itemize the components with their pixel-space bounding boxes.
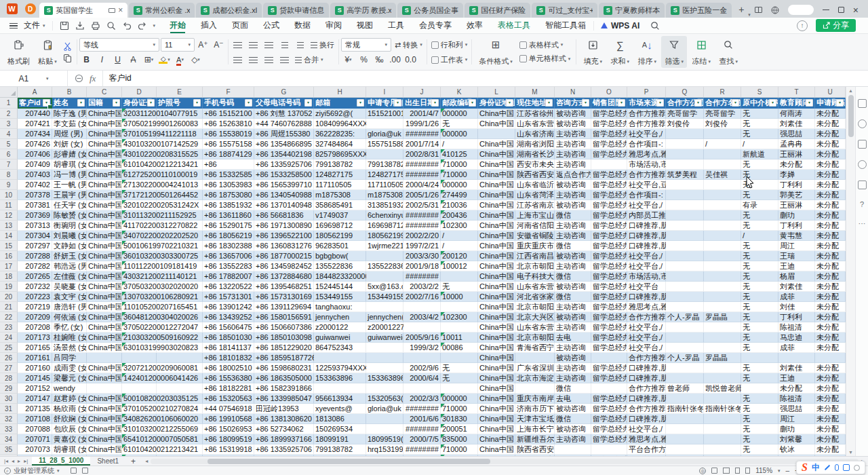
cell[interactable]: 无 [441,119,478,129]
cell[interactable]: 207219 [18,302,52,312]
cell[interactable] [441,322,478,332]
cell[interactable]: +86 13901242 [203,302,254,312]
filter-icon[interactable]: ▾ [113,99,120,107]
cell[interactable]: 无 [741,292,778,302]
cell[interactable] [366,455,403,456]
cell[interactable]: 207073 [18,444,52,455]
cell[interactable]: 亮哥留学 [666,109,704,119]
cell[interactable]: 孟冉冉 [778,139,815,149]
cell[interactable]: China中国 [87,282,122,292]
cell[interactable]: 360481200304020026 [122,312,157,322]
export-icon[interactable] [75,21,85,31]
cell[interactable]: 未分配 [815,434,846,444]
cell[interactable]: China中国 [478,180,515,190]
cell[interactable]: 210303200509160922 [122,332,157,343]
scroll-up-icon[interactable]: ▲ [848,88,853,93]
cell[interactable]: 陈祖清 [778,322,815,332]
column-header[interactable]: A [18,87,52,97]
cell[interactable]: 合作方推荐 [627,312,666,322]
cell[interactable]: 2002/5/31 [403,200,441,210]
cell[interactable]: 未分配 [815,292,846,302]
cell[interactable]: tanghaoxu: [314,302,366,312]
filter-button[interactable]: 筛选▾ [661,36,687,68]
cell[interactable]: +44 7460762888 [254,119,314,129]
cell[interactable]: 留学总经办 [591,373,627,383]
cell[interactable]: gloria@uk [366,404,403,414]
cell[interactable]: 王迪 [778,261,815,271]
cell[interactable]: 周煜 (男) [52,129,87,139]
cell[interactable]: 社交平台,/ [627,200,666,210]
cell[interactable]: 黄嘉仪 (女) [52,434,87,444]
cell[interactable]: 被动咨询 [555,424,591,434]
cell[interactable]: ######## [403,271,441,282]
cell[interactable]: China中国 [478,434,515,444]
cell[interactable]: 无 [741,424,778,434]
zoom-out-button[interactable]: – [786,467,790,474]
cell[interactable]: 无 [741,271,778,282]
cell[interactable]: 2000/7/5 [403,434,441,444]
selection-mode-icon[interactable] [711,468,717,474]
cell[interactable]: China中国 [87,373,122,383]
cell[interactable]: China中国 [87,159,122,170]
filter-icon[interactable]: ▾ [469,99,476,107]
cell[interactable]: 口碑推荐,朋 [627,414,666,424]
cell[interactable] [704,149,741,159]
cell[interactable]: 口碑推荐,朋 [627,241,666,251]
cell[interactable]: China中国 [87,424,122,434]
cell[interactable]: China中国 [87,109,122,119]
cell[interactable]: 刘佳 [778,302,815,312]
cell[interactable]: 未分配 [815,302,846,312]
cell[interactable]: 无 [741,251,778,261]
cell[interactable] [366,149,403,159]
cell[interactable]: / [441,231,478,241]
cell[interactable]: 合作方推荐 [627,119,666,129]
filter-icon[interactable]: ▾ [245,99,252,107]
cell[interactable]: 210036 [441,200,478,210]
cell[interactable]: 留学总经办 [591,119,627,129]
cell[interactable]: 田冠岭13953 [254,404,314,414]
cell[interactable]: +86 1580156591 [254,312,314,322]
cell[interactable]: 327484864 [314,139,366,149]
document-tab[interactable]: S国任财产保险样本.x [465,3,530,18]
cell[interactable]: 何依涵 (女) [52,312,87,322]
justify-button[interactable] [277,53,292,66]
cell[interactable]: 微信 [555,455,591,456]
cell[interactable]: 微信 [555,414,591,424]
row-header[interactable]: 13 [0,221,18,231]
cell[interactable]: 陕西省西安 [515,444,555,455]
row-header[interactable]: 10 [0,190,18,200]
cell[interactable]: +86 13053983 [203,180,254,190]
cell[interactable] [704,455,741,456]
cell[interactable]: 未分配 [815,424,846,434]
cell[interactable]: 1wjrme221( [366,241,403,251]
menu-item-页面[interactable]: 页面 [224,18,256,33]
cell[interactable] [704,159,741,170]
cell[interactable]: 未分配 [815,271,846,282]
cell[interactable]: 丁利利 [778,312,815,322]
cell[interactable]: +86 15263810 [203,119,254,129]
cell[interactable] [666,261,704,271]
system-selector[interactable]: ⌕ 业财管理系统 ▾ [4,466,65,475]
cell[interactable]: 雅思考点,雅 [627,302,666,312]
cell[interactable]: 未分配 [815,109,846,119]
conditional-format-button[interactable]: ⊞ 条件格式▾ [475,36,516,68]
document-tab[interactable]: S成都公积金.xlsx [196,3,262,18]
cell[interactable]: 被动咨询 [555,282,591,292]
cell[interactable]: +86 13851932 [203,200,254,210]
cell[interactable] [403,302,441,312]
cell[interactable] [704,221,741,231]
cell[interactable]: 180562199 [366,231,403,241]
cell-style-button[interactable]: 单元格样式▾ [517,52,573,66]
header-cell[interactable]: 教育顾问▾ [778,98,815,109]
bold-button[interactable]: B [79,53,94,66]
page-break-icon[interactable] [745,468,750,474]
cell[interactable] [666,251,704,261]
cell[interactable]: 207304 [18,231,52,241]
cell[interactable]: 个人-罗晶 [666,353,704,363]
cell[interactable] [704,444,741,455]
cell[interactable]: 雅思考点,雅 [627,149,666,159]
cell[interactable] [157,353,203,363]
cell[interactable]: +86 18101832 [203,353,254,363]
cell[interactable]: China中国 [478,200,515,210]
cell[interactable]: ######## [403,129,441,139]
